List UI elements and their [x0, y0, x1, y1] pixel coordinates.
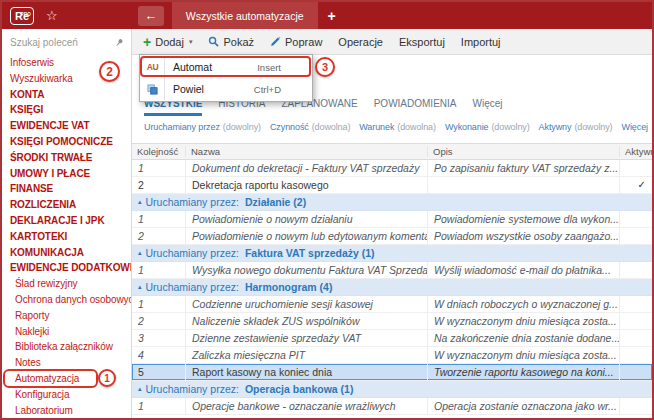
- cell-aktywny: [620, 160, 652, 176]
- sidebar-item-biblioteka-załączników[interactable]: Biblioteka załączników: [2, 339, 131, 355]
- sidebar-item-umowy-i-płace[interactable]: UMOWY I PŁACE: [2, 166, 131, 182]
- command-search-input[interactable]: Szukaj poleceń: [2, 34, 131, 51]
- sidebar-item-kartoteki[interactable]: KARTOTEKI: [2, 229, 131, 245]
- cell-aktywny: ✓: [620, 177, 652, 193]
- tab-więcej[interactable]: Więcej: [473, 98, 503, 116]
- favorites-star-icon[interactable]: ☆: [46, 9, 58, 22]
- table-row[interactable]: 1 Codzienne uruchomienie sesji kasowej W…: [132, 296, 652, 313]
- cell-nazwa: Dzienne zestawienie sprzedaży VAT: [186, 330, 428, 346]
- cell-aktywny: [620, 262, 652, 278]
- magnifier-icon: [208, 36, 219, 47]
- table-row[interactable]: 5 Raport kasowy na koniec dnia Tworzenie…: [132, 364, 652, 381]
- cell-kolejnosc: 1: [132, 398, 186, 414]
- column-header-opis[interactable]: Opis: [428, 146, 620, 157]
- pencil-icon: [270, 36, 281, 47]
- tab-powiadomienia[interactable]: POWIADOMIENIA: [374, 98, 457, 116]
- table-row[interactable]: 2 Powiadomienie o nowym lub edytowanym k…: [132, 228, 652, 245]
- table-group-row[interactable]: ▴ Uruchamiany przez: Faktura VAT sprzeda…: [132, 245, 652, 262]
- sidebar-item-ślad-rewizyjny[interactable]: Ślad rewizyjny: [2, 276, 131, 292]
- cell-nazwa: Wysyłka nowego dokumentu Faktura VAT Spr…: [186, 262, 428, 278]
- window-tab[interactable]: Wszystkie automatyzacje: [172, 2, 318, 29]
- cell-nazwa: Codzienne uruchomienie sesji kasowej: [186, 296, 428, 312]
- importuj-button[interactable]: Importuj: [461, 36, 501, 48]
- sidebar-item-ewidencje-dodatkowe[interactable]: EWIDENCJE DODATKOWE: [2, 260, 131, 276]
- sidebar-item-naklejki[interactable]: Naklejki: [2, 324, 131, 340]
- table-header: Kolejność Nazwa Opis Aktywny: [132, 143, 652, 160]
- sidebar-item-komunikacja[interactable]: KOMUNIKACJA: [2, 245, 131, 261]
- table-group-row[interactable]: ▴ Uruchamiany przez: Działanie (2): [132, 194, 652, 211]
- cell-nazwa: Powiadomienie o nowym lub edytowanym kom…: [186, 228, 428, 244]
- sidebar-item-ochrona-danych-osobowych[interactable]: Ochrona danych osobowych: [2, 292, 131, 308]
- annotation-step-2: 2: [99, 61, 120, 82]
- filter-uruchamiany-przez[interactable]: Uruchamiany przez(dowolny): [144, 122, 261, 135]
- group-label: Harmonogram (4): [245, 281, 333, 293]
- filter-aktywny[interactable]: Aktywny(dowolny): [539, 122, 613, 135]
- operacje-button[interactable]: Operacje: [338, 36, 383, 48]
- sidebar-item-księgi-pomocnicze[interactable]: KSIĘGI POMOCNICZE: [2, 134, 131, 150]
- cell-kolejnosc: 5: [132, 364, 186, 380]
- cell-kolejnosc: 1: [132, 211, 186, 227]
- filter-warunek[interactable]: Warunek(dowolna): [359, 122, 436, 135]
- filter-więcej[interactable]: Więcej: [622, 122, 648, 135]
- app-logo-button[interactable]: Re PRO: [10, 7, 34, 25]
- new-tab-button[interactable]: +: [328, 8, 336, 24]
- sidebar-item-konfiguracja[interactable]: Konfiguracja: [2, 387, 131, 403]
- column-header-aktywny[interactable]: Aktywny: [620, 146, 652, 157]
- sidebar-item-środki-trwałe[interactable]: ŚRODKI TRWAŁE: [2, 150, 131, 166]
- filter-wykonanie[interactable]: Wykonanie(dowolny): [445, 122, 530, 135]
- search-placeholder: Szukaj poleceń: [10, 37, 78, 48]
- group-prefix: Uruchamiany przez:: [146, 383, 239, 395]
- column-header-kolejnosc[interactable]: Kolejność: [132, 146, 186, 157]
- column-header-nazwa[interactable]: Nazwa: [186, 146, 428, 157]
- dropdown-caret-icon: ▾: [189, 38, 193, 46]
- annotation-step-1: 1: [98, 369, 116, 387]
- sidebar-item-księgi[interactable]: KSIĘGI: [2, 102, 131, 118]
- table-row[interactable]: 1 Operacje bankowe - oznaczanie wrażliwy…: [132, 398, 652, 415]
- cell-opis: Wyślij wiadomość e-mail do płatnika...: [428, 262, 620, 278]
- table-row[interactable]: 1 Dokument do dekretacji - Faktury VAT s…: [132, 160, 652, 177]
- table-row[interactable]: 1 Powiadomienie o nowym działaniu Powiad…: [132, 211, 652, 228]
- tool-label: Popraw: [285, 36, 322, 48]
- menu-item-automat[interactable]: AU Automat Insert: [141, 56, 311, 78]
- sidebar-item-rozliczenia[interactable]: ROZLICZENIA: [2, 197, 131, 213]
- group-prefix: Uruchamiany przez:: [146, 247, 239, 259]
- sidebar-item-finanse[interactable]: FINANSE: [2, 181, 131, 197]
- group-triangle-icon: ▴: [138, 198, 142, 206]
- table-group-row[interactable]: ▴ Uruchamiany przez: Operacja bankowa (1…: [132, 381, 652, 398]
- table-row[interactable]: 2 Dekretacja raportu kasowego ✓: [132, 177, 652, 194]
- sidebar-menu: InfoserwisWyszukiwarkaKONTAKSIĘGIEWIDENC…: [2, 55, 131, 418]
- back-button[interactable]: ←: [138, 6, 164, 26]
- menu-item-shortcut: Insert: [257, 62, 281, 73]
- cell-aktywny: [620, 211, 652, 227]
- table-row[interactable]: 4 Zaliczka miesięczna PIT W wyznaczonym …: [132, 347, 652, 364]
- cell-kolejnosc: 2: [132, 177, 186, 193]
- cell-opis: W wyznaczonym dniu miesiąca zosta...: [428, 313, 620, 329]
- filter-czynność[interactable]: Czynność(dowolna): [270, 122, 350, 135]
- pin-icon[interactable]: [114, 38, 124, 48]
- popraw-button[interactable]: Popraw: [270, 36, 322, 48]
- sidebar-item-deklaracje-i-jpk[interactable]: DEKLARACJE I JPK: [2, 213, 131, 229]
- table-group-row[interactable]: ▴ Uruchamiany przez: Harmonogram (4): [132, 279, 652, 296]
- menu-item-label: Powiel: [173, 83, 204, 95]
- group-prefix: Uruchamiany przez:: [146, 196, 239, 208]
- sidebar-item-raporty[interactable]: Raporty: [2, 308, 131, 324]
- cell-aktywny: [620, 398, 652, 414]
- cell-opis: Powiadomienie systemowe dla wykon...: [428, 211, 620, 227]
- table-row[interactable]: 2 Naliczenie składek ZUS wspólników W wy…: [132, 313, 652, 330]
- menu-item-powiel[interactable]: Powiel Ctrl+D: [141, 78, 311, 100]
- table-row[interactable]: 1 Wysyłka nowego dokumentu Faktura VAT S…: [132, 262, 652, 279]
- cell-opis: Tworzenie raportu kasowego na koni...: [428, 364, 620, 380]
- dodaj-button[interactable]: +Dodaj▾: [143, 36, 192, 48]
- logo-badge: PRO: [20, 9, 31, 20]
- table-row[interactable]: 3 Dzienne zestawienie sprzedaży VAT Na z…: [132, 330, 652, 347]
- duplicate-icon: [147, 84, 158, 95]
- sidebar-item-notes[interactable]: Notes: [2, 355, 131, 371]
- sidebar-item-laboratorium[interactable]: Laboratorium: [2, 403, 131, 418]
- table-body: 1 Dokument do dekretacji - Faktury VAT s…: [132, 160, 652, 415]
- pokaż-button[interactable]: Pokaż: [208, 36, 254, 48]
- sidebar-item-ewidencje-vat[interactable]: EWIDENCJE VAT: [2, 118, 131, 134]
- cell-kolejnosc: 2: [132, 313, 186, 329]
- sidebar-item-konta[interactable]: KONTA: [2, 87, 131, 103]
- eksportuj-button[interactable]: Eksportuj: [399, 36, 445, 48]
- cell-nazwa: Operacje bankowe - oznaczanie wrażliwych: [186, 398, 428, 414]
